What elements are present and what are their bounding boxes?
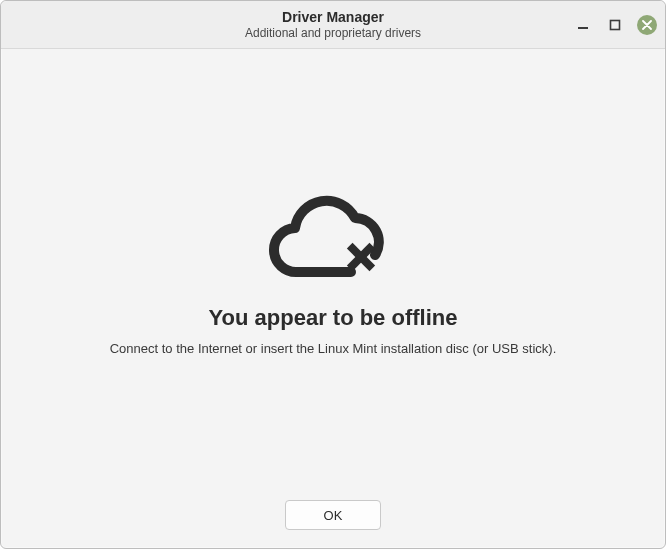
offline-heading: You appear to be offline [209,305,458,331]
title-text-block: Driver Manager Additional and proprietar… [245,9,421,40]
cloud-offline-icon [263,179,403,289]
close-button[interactable] [637,15,657,35]
window-subtitle: Additional and proprietary drivers [245,26,421,40]
driver-manager-window: Driver Manager Additional and proprietar… [0,0,666,549]
minimize-icon [577,19,589,31]
content-area: You appear to be offline Connect to the … [1,49,665,486]
footer: OK [1,486,665,548]
ok-button[interactable]: OK [285,500,381,530]
maximize-icon [609,19,621,31]
titlebar[interactable]: Driver Manager Additional and proprietar… [1,1,665,49]
close-icon [642,20,652,30]
window-title: Driver Manager [245,9,421,26]
svg-rect-1 [611,20,620,29]
offline-subtext: Connect to the Internet or insert the Li… [110,341,557,356]
svg-rect-0 [578,27,588,29]
minimize-button[interactable] [573,15,593,35]
window-controls [573,15,657,35]
maximize-button[interactable] [605,15,625,35]
